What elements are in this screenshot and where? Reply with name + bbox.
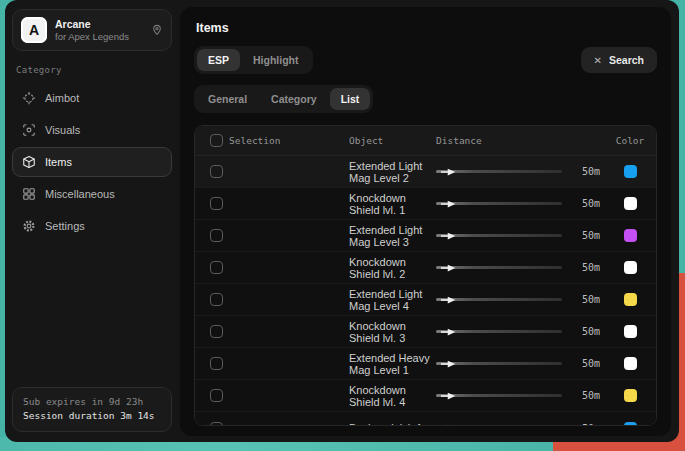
tab-highlight[interactable]: Highlight xyxy=(242,49,310,71)
distance-cell: 50m xyxy=(436,294,604,306)
row-checkbox[interactable] xyxy=(210,422,223,427)
distance-slider[interactable] xyxy=(436,422,562,426)
distance-value: 50m xyxy=(572,358,600,369)
row-checkbox[interactable] xyxy=(210,357,223,370)
table-header-row: Selection Object Distance Color xyxy=(195,126,656,156)
main-panel: Items ESP Highlight ✕ Search General Cat… xyxy=(180,7,671,436)
select-all-checkbox[interactable] xyxy=(210,134,223,147)
distance-value: 50m xyxy=(572,166,600,177)
row-checkbox[interactable] xyxy=(210,165,223,178)
table-row: Knockdown Shield lvl. 2 50m xyxy=(195,252,656,284)
color-swatch[interactable] xyxy=(624,165,637,178)
distance-value: 50m xyxy=(572,390,600,401)
mode-tabs: ESP Highlight xyxy=(194,46,313,74)
color-swatch[interactable] xyxy=(624,229,637,242)
table-row: Knockdown Shield lvl. 4 50m xyxy=(195,380,656,412)
sidebar-item-visuals[interactable]: Visuals xyxy=(12,115,172,145)
object-name: Extended Light Mag Level 2 xyxy=(349,160,436,184)
distance-value: 50m xyxy=(572,198,600,209)
row-checkbox[interactable] xyxy=(210,325,223,338)
sidebar-item-label: Items xyxy=(45,156,72,168)
distance-value: 50m xyxy=(572,294,600,305)
distance-value: 50m xyxy=(572,326,600,337)
color-swatch[interactable] xyxy=(624,293,637,306)
object-name: Knockdown Shield lvl. 4 xyxy=(349,384,436,408)
items-table: Selection Object Distance Color Extended… xyxy=(194,125,657,426)
view-tabs: General Category List xyxy=(194,85,373,113)
tab-category[interactable]: Category xyxy=(260,88,328,110)
distance-value: 50m xyxy=(572,262,600,273)
tab-esp[interactable]: ESP xyxy=(197,49,240,71)
package-icon xyxy=(22,155,36,169)
distance-slider[interactable] xyxy=(436,358,562,370)
distance-cell: 50m xyxy=(436,262,604,274)
color-swatch[interactable] xyxy=(624,261,637,274)
color-swatch[interactable] xyxy=(624,422,637,427)
category-label: Category xyxy=(16,65,168,75)
distance-slider[interactable] xyxy=(436,390,562,402)
distance-slider[interactable] xyxy=(436,326,562,338)
row-checkbox[interactable] xyxy=(210,229,223,242)
sidebar-item-label: Aimbot xyxy=(45,92,79,104)
row-checkbox[interactable] xyxy=(210,293,223,306)
row-checkbox[interactable] xyxy=(210,261,223,274)
color-swatch[interactable] xyxy=(624,389,637,402)
sidebar-item-label: Visuals xyxy=(45,124,80,136)
distance-value: 50m xyxy=(572,230,600,241)
distance-slider[interactable] xyxy=(436,198,562,210)
object-name: Knockdown Shield lvl. 3 xyxy=(349,320,436,344)
search-button[interactable]: ✕ Search xyxy=(581,47,657,73)
slider-handle-arrow-icon[interactable] xyxy=(441,168,456,176)
column-header-object: Object xyxy=(349,135,436,146)
crosshair-icon xyxy=(22,91,36,105)
sidebar-item-label: Miscellaneous xyxy=(45,188,115,200)
distance-slider[interactable] xyxy=(436,166,562,178)
tab-list[interactable]: List xyxy=(330,88,371,110)
slider-handle-arrow-icon[interactable] xyxy=(441,264,456,272)
column-header-distance: Distance xyxy=(436,135,604,146)
table-row: Knockdown Shield lvl. 3 50m xyxy=(195,316,656,348)
sidebar-item-aimbot[interactable]: Aimbot xyxy=(12,83,172,113)
object-name: Backpack lvl. 1 xyxy=(349,422,436,426)
distance-slider[interactable] xyxy=(436,230,562,242)
grid-icon xyxy=(22,187,36,201)
sidebar: A Arcane for Apex Legends Category xyxy=(5,0,179,442)
slider-handle-arrow-icon[interactable] xyxy=(441,328,456,336)
slider-handle-arrow-icon[interactable] xyxy=(441,392,456,400)
sidebar-item-label: Settings xyxy=(45,220,85,232)
app-logo: A xyxy=(21,17,47,43)
color-swatch[interactable] xyxy=(624,197,637,210)
search-button-label: Search xyxy=(609,54,644,66)
session-info-box: Sub expires in 9d 23h Session duration 3… xyxy=(12,387,172,432)
sidebar-item-settings[interactable]: Settings xyxy=(12,211,172,241)
table-row: Knockdown Shield lvl. 1 50m xyxy=(195,188,656,220)
distance-cell: 50m xyxy=(436,326,604,338)
row-checkbox[interactable] xyxy=(210,389,223,402)
distance-slider[interactable] xyxy=(436,294,562,306)
object-name: Extended Light Mag Level 3 xyxy=(349,224,436,248)
distance-cell: 50m xyxy=(436,390,604,402)
slider-handle-arrow-icon[interactable] xyxy=(441,424,456,426)
page-title: Items xyxy=(196,21,657,35)
color-swatch[interactable] xyxy=(624,357,637,370)
object-name: Knockdown Shield lvl. 1 xyxy=(349,192,436,216)
sidebar-item-miscellaneous[interactable]: Miscellaneous xyxy=(12,179,172,209)
distance-slider[interactable] xyxy=(436,262,562,274)
sub-expiry-text: Sub expires in 9d 23h xyxy=(23,395,161,410)
color-swatch[interactable] xyxy=(624,325,637,338)
sidebar-item-items[interactable]: Items xyxy=(12,147,172,177)
object-name: Extended Heavy Mag Level 1 xyxy=(349,352,436,376)
pin-icon[interactable] xyxy=(151,24,163,36)
slider-handle-arrow-icon[interactable] xyxy=(441,296,456,304)
row-checkbox[interactable] xyxy=(210,197,223,210)
column-header-color: Color xyxy=(604,135,656,146)
app-name: Arcane xyxy=(55,18,143,31)
slider-handle-arrow-icon[interactable] xyxy=(441,360,456,368)
table-row: Backpack lvl. 1 50m xyxy=(195,412,656,426)
desktop-background: A Arcane for Apex Legends Category xyxy=(0,0,685,451)
tab-general[interactable]: General xyxy=(197,88,258,110)
close-icon: ✕ xyxy=(594,55,602,66)
slider-handle-arrow-icon[interactable] xyxy=(441,200,456,208)
column-header-selection: Selection xyxy=(229,135,349,146)
slider-handle-arrow-icon[interactable] xyxy=(441,232,456,240)
